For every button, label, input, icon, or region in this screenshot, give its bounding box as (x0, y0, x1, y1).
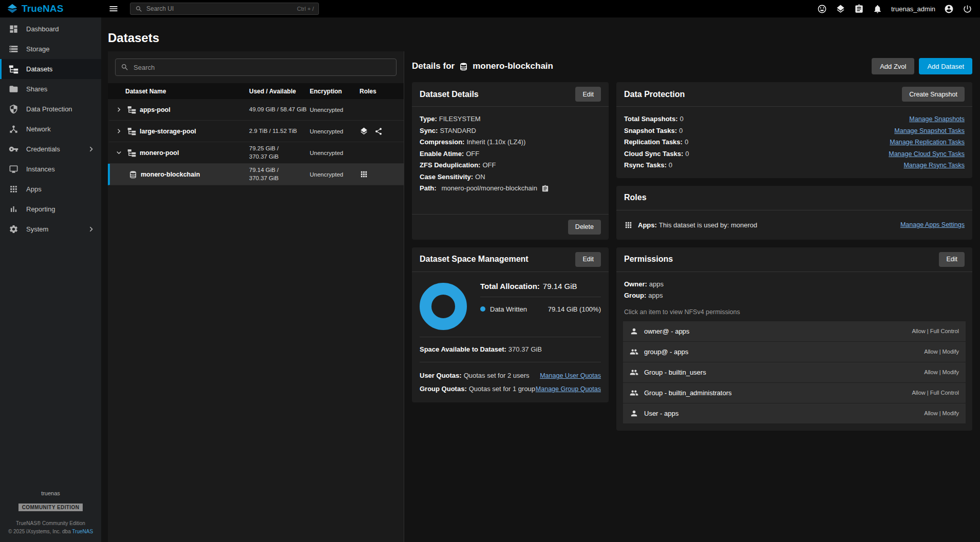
manage-rsync-tasks-link[interactable]: Manage Rsync Tasks (903, 160, 965, 171)
sidebar-item-label: Apps (26, 185, 42, 193)
perm-item-group[interactable]: group@ - apps Allow | Modify (623, 342, 966, 362)
edit-dataset-details-button[interactable]: Edit (575, 87, 601, 102)
sidebar-item-label: Network (26, 125, 51, 133)
space-available: Space Available to Dataset:370.37 GiB (420, 344, 601, 356)
detail-sync: Sync:STANDARD (420, 125, 601, 137)
perm-item-user-apps[interactable]: User - apps Allow | Modify (623, 403, 966, 424)
detail-atime: Enable Atime:OFF (420, 148, 601, 160)
apps-role-text: Apps:This dataset is used by: monerod (638, 221, 757, 229)
sidebar-item-apps[interactable]: Apps (0, 179, 101, 199)
manage-apps-settings-link[interactable]: Manage Apps Settings (900, 221, 965, 228)
used-available: 2.9 TiB / 11.52 TiB (249, 127, 310, 136)
encryption-status: Unencrypted (310, 128, 360, 134)
perm-name: Group - builtin_users (644, 369, 706, 376)
database-icon (129, 170, 137, 179)
apps-grid-icon (9, 184, 18, 194)
column-used-available: Used / Available (249, 88, 310, 95)
dataset-search[interactable] (115, 59, 397, 76)
feedback-smiley-icon[interactable] (817, 4, 827, 14)
sidebar-item-network[interactable]: Network (0, 119, 101, 139)
sidebar-item-storage[interactable]: Storage (0, 39, 101, 59)
sidebar-item-label: Shares (26, 85, 47, 93)
sidebar-item-label: Data Protection (26, 105, 72, 113)
sidebar-item-datasets[interactable]: Datasets (0, 59, 101, 79)
hamburger-menu-button[interactable] (107, 3, 120, 15)
topbar: TrueNAS Ctrl + / truenas_admin (0, 0, 980, 17)
manage-group-quotas-link[interactable]: Manage Group Quotas (536, 382, 601, 396)
sidebar-item-label: Dashboard (26, 25, 59, 33)
topbar-actions: truenas_admin (817, 4, 980, 14)
expand-chevron-right-icon[interactable] (114, 105, 124, 114)
sidebar-item-system[interactable]: System (0, 219, 101, 239)
sidebar: Dashboard Storage Datasets Shares Data P… (0, 17, 101, 542)
truenas-link[interactable]: TrueNAS (72, 529, 93, 534)
jobs-clipboard-icon[interactable] (854, 4, 864, 14)
copy-path-icon[interactable] (541, 185, 549, 192)
table-row-apps-pool[interactable]: apps-pool 49.09 GiB / 58.47 GiB Unencryp… (108, 99, 404, 121)
power-icon[interactable] (963, 4, 972, 14)
perm-value: Allow | Modify (924, 369, 959, 375)
manage-replication-tasks-link[interactable]: Manage Replication Tasks (890, 137, 965, 148)
perm-item-builtin-users[interactable]: Group - builtin_users Allow | Modify (623, 362, 966, 383)
perm-item-owner[interactable]: owner@ - apps Allow | Full Control (623, 321, 966, 342)
delete-dataset-button[interactable]: Delete (568, 220, 601, 235)
sidebar-item-data-protection[interactable]: Data Protection (0, 99, 101, 119)
sidebar-item-label: Storage (26, 45, 50, 53)
dataset-name: monero-blockchain (141, 171, 200, 178)
detail-compression: Compression:Inherit (1.10x (LZ4)) (420, 137, 601, 148)
card-title: Data Protection (624, 90, 685, 99)
permissions-card: Permissions Edit Owner:apps Group:apps C… (616, 247, 972, 431)
username: truenas_admin (891, 5, 935, 13)
card-title: Dataset Details (420, 90, 479, 99)
dataset-name: monero-pool (140, 149, 179, 157)
details-header: Details for monero-blockchain Add Zvol A… (412, 58, 972, 74)
table-row-monero-pool[interactable]: monero-pool 79.25 GiB /370.37 GiB Unencr… (108, 142, 404, 164)
detail-dedup: ZFS Deduplication:OFF (420, 160, 601, 171)
legend-data-written: Data Written 79.14 GiB (100%) (480, 305, 601, 313)
create-snapshot-button[interactable]: Create Snapshot (902, 87, 965, 102)
manage-snapshot-tasks-link[interactable]: Manage Snapshot Tasks (894, 125, 965, 137)
sidebar-item-shares[interactable]: Shares (0, 79, 101, 99)
apps-grid-icon (360, 170, 368, 179)
sidebar-item-credentials[interactable]: Credentials (0, 139, 101, 159)
dataset-name: apps-pool (140, 106, 171, 113)
truenas-logo[interactable]: TrueNAS (0, 3, 101, 14)
rsync-tasks-row: Rsync Tasks:0 Manage Rsync Tasks (624, 160, 965, 171)
page-title: Datasets (108, 31, 972, 45)
edit-space-button[interactable]: Edit (575, 252, 601, 267)
notifications-bell-icon[interactable] (873, 4, 882, 14)
sidebar-item-label: Reporting (26, 205, 55, 213)
sidebar-item-label: Credentials (26, 145, 60, 153)
collapse-chevron-down-icon[interactable] (114, 148, 124, 158)
space-donut-chart (420, 283, 467, 330)
encryption-status: Unencrypted (310, 171, 360, 178)
manage-cloud-sync-tasks-link[interactable]: Manage Cloud Sync Tasks (889, 148, 965, 160)
edit-permissions-button[interactable]: Edit (939, 252, 965, 267)
add-zvol-button[interactable]: Add Zvol (872, 58, 914, 74)
checkin-layers-icon[interactable] (836, 4, 845, 14)
table-row-monero-blockchain[interactable]: monero-blockchain 79.14 GiB /370.37 GiB … (108, 164, 404, 185)
perm-item-builtin-administrators[interactable]: Group - builtin_administrators Allow | F… (623, 383, 966, 403)
snapshot-tasks-row: Snapshot Tasks:0 Manage Snapshot Tasks (624, 125, 965, 137)
sidebar-item-instances[interactable]: Instances (0, 159, 101, 179)
global-search-input[interactable] (146, 5, 293, 12)
apps-role-layers-icon (360, 127, 368, 136)
global-search[interactable]: Ctrl + / (130, 3, 319, 15)
encryption-status: Unencrypted (310, 107, 360, 113)
sidebar-item-dashboard[interactable]: Dashboard (0, 19, 101, 39)
copyright-line: © 2025 iXsystems, Inc. dba TrueNAS (0, 528, 101, 536)
expand-chevron-right-icon[interactable] (114, 126, 124, 136)
perm-name: Group - builtin_administrators (644, 389, 732, 397)
table-row-large-storage-pool[interactable]: large-storage-pool 2.9 TiB / 11.52 TiB U… (108, 121, 404, 142)
search-icon (121, 63, 129, 71)
manage-snapshots-link[interactable]: Manage Snapshots (909, 113, 965, 125)
share-role-icon (374, 127, 383, 136)
sidebar-item-reporting[interactable]: Reporting (0, 199, 101, 219)
account-icon[interactable] (944, 4, 954, 14)
add-dataset-button[interactable]: Add Dataset (919, 58, 972, 74)
key-icon (9, 144, 18, 154)
group-row: Group:apps (624, 290, 965, 302)
manage-user-quotas-link[interactable]: Manage User Quotas (540, 369, 601, 382)
truenas-logo-icon (7, 3, 18, 14)
dataset-search-input[interactable] (134, 64, 391, 71)
